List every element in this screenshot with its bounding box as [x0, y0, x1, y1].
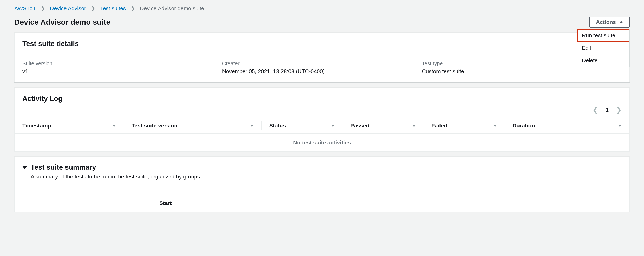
activity-log-title: Activity Log [22, 95, 622, 103]
page-number: 1 [606, 107, 609, 113]
page-prev-icon[interactable]: ❮ [593, 106, 598, 114]
breadcrumb-link-test-suites[interactable]: Test suites [100, 5, 126, 11]
page-title: Device Advisor demo suite [14, 18, 110, 27]
breadcrumb-link-device-advisor[interactable]: Device Advisor [50, 5, 86, 11]
page-next-icon[interactable]: ❯ [616, 106, 622, 114]
table-empty-message: No test suite activities [15, 134, 629, 151]
col-failed: Failed [431, 123, 447, 129]
collapse-toggle-icon[interactable] [22, 166, 27, 169]
summary-start-label: Start [159, 200, 172, 206]
caret-up-icon [619, 21, 623, 23]
breadcrumb: AWS IoT ❯ Device Advisor ❯ Test suites ❯… [14, 5, 630, 11]
detail-value-test-type: Custom test suite [422, 68, 622, 74]
chevron-right-icon: ❯ [91, 5, 95, 11]
test-suite-details-panel: Test suite details Suite version v1 Crea… [14, 33, 630, 82]
sort-icon[interactable] [618, 125, 622, 127]
actions-button-label: Actions [596, 19, 616, 25]
sort-icon[interactable] [250, 125, 254, 127]
col-duration: Duration [512, 123, 535, 129]
details-panel-title: Test suite details [22, 40, 622, 48]
menu-item-delete[interactable]: Delete [577, 54, 629, 67]
chevron-right-icon: ❯ [130, 5, 135, 11]
summary-start-node: Start [152, 195, 492, 212]
actions-dropdown: Run test suite Edit Delete [577, 29, 630, 67]
breadcrumb-current: Device Advisor demo suite [140, 5, 204, 11]
sort-icon[interactable] [493, 125, 497, 127]
col-status: Status [269, 123, 286, 129]
test-suite-summary-panel: Test suite summary A summary of the test… [14, 157, 630, 212]
pagination: ❮ 1 ❯ [15, 103, 629, 118]
detail-value-suite-version: v1 [22, 68, 222, 74]
summary-description: A summary of the tests to be run in the … [31, 174, 622, 180]
chevron-right-icon: ❯ [41, 5, 45, 11]
sort-icon[interactable] [112, 125, 116, 127]
actions-button[interactable]: Actions [589, 17, 630, 28]
detail-label-created: Created [222, 61, 422, 67]
activity-log-panel: Activity Log ❮ 1 ❯ Timestamp Test suite … [14, 88, 630, 152]
col-timestamp: Timestamp [22, 123, 51, 129]
menu-item-run-test-suite[interactable]: Run test suite [577, 29, 629, 42]
sort-icon[interactable] [412, 125, 416, 127]
breadcrumb-link-aws-iot[interactable]: AWS IoT [14, 5, 36, 11]
col-test-suite-version: Test suite version [132, 123, 178, 129]
menu-item-edit[interactable]: Edit [577, 42, 629, 54]
sort-icon[interactable] [331, 125, 335, 127]
table-header-row: Timestamp Test suite version Status Pass… [15, 118, 629, 134]
activity-table: Timestamp Test suite version Status Pass… [15, 118, 629, 151]
detail-value-created: November 05, 2021, 13:28:08 (UTC-0400) [222, 68, 422, 74]
summary-title: Test suite summary [31, 163, 96, 171]
col-passed: Passed [350, 123, 370, 129]
detail-label-suite-version: Suite version [22, 61, 222, 67]
